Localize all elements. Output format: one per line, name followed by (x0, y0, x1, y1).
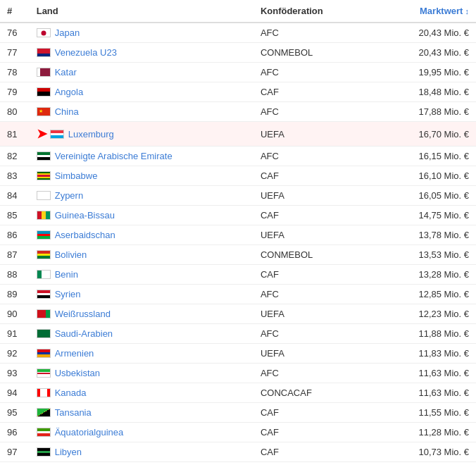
cell-value: 13,53 Mio. € (380, 245, 476, 265)
country-name-link[interactable]: Katar (55, 67, 77, 78)
table-row: 83SimbabweCAF16,10 Mio. € (0, 166, 476, 186)
cell-country: Saudi-Arabien (30, 324, 253, 344)
cell-confederation: UEFA (253, 304, 380, 324)
country-name-link[interactable]: Aserbaidschan (55, 230, 115, 240)
table-row: 84ZypernUEFA16,05 Mio. € (0, 186, 476, 206)
cell-country: Armenien (30, 344, 253, 364)
cell-country: ➤Luxemburg (30, 122, 253, 147)
cell-value: 11,63 Mio. € (380, 364, 476, 383)
country-name-link[interactable]: Guinea-Bissau (55, 210, 115, 221)
cell-value: 18,48 Mio. € (380, 82, 476, 102)
flag-icon (37, 151, 51, 161)
country-name-link[interactable]: Tansania (55, 407, 92, 418)
country-name-link[interactable]: Benin (55, 269, 78, 280)
cell-rank: 90 (0, 304, 30, 324)
cell-country: Usbekistan (30, 364, 253, 383)
country-name-link[interactable]: Kanada (55, 388, 87, 398)
flag-icon (37, 68, 51, 77)
flag-icon (37, 329, 51, 338)
country-name-link[interactable]: Usbekistan (55, 368, 100, 378)
country-name-link[interactable]: Libyen (55, 447, 82, 457)
header-marktwert[interactable]: Marktwert (380, 0, 476, 23)
table-row: 79AngolaCAF18,48 Mio. € (0, 82, 476, 102)
country-name-link[interactable]: Bolivien (55, 249, 87, 260)
country-name-link[interactable]: Vereinigte Arabische Emirate (55, 151, 173, 161)
cell-confederation: CAF (253, 82, 380, 102)
table-row: 94KanadaCONCACAF11,63 Mio. € (0, 383, 476, 403)
table-row: 89SyrienAFC12,85 Mio. € (0, 285, 476, 304)
flag-icon (37, 388, 51, 397)
country-name-link[interactable]: Angola (55, 87, 83, 97)
cell-confederation: CAF (253, 423, 380, 442)
cell-value: 11,63 Mio. € (380, 383, 476, 403)
cell-value: 16,70 Mio. € (380, 122, 476, 147)
cell-rank: 94 (0, 383, 30, 403)
cell-confederation: UEFA (253, 186, 380, 206)
table-row: 90WeißrusslandUEFA12,23 Mio. € (0, 304, 476, 324)
cell-value: 14,75 Mio. € (380, 206, 476, 225)
cell-rank: 85 (0, 206, 30, 225)
cell-confederation: AFC (253, 364, 380, 383)
cell-confederation: UEFA (253, 122, 380, 147)
country-name-link[interactable]: Armenien (55, 348, 94, 359)
cell-country: Zypern (30, 186, 253, 206)
cell-rank: 87 (0, 245, 30, 265)
table-row: 93UsbekistanAFC11,63 Mio. € (0, 364, 476, 383)
country-name-link[interactable]: Saudi-Arabien (55, 328, 113, 339)
cell-country: Benin (30, 265, 253, 285)
cell-rank: 96 (0, 423, 30, 442)
table-row: 88BeninCAF13,28 Mio. € (0, 265, 476, 285)
flag-icon (37, 368, 51, 378)
cell-rank: 89 (0, 285, 30, 304)
country-name-link[interactable]: Venezuela U23 (55, 47, 117, 58)
arrow-indicator: ➤ (37, 126, 47, 142)
table-row: 78KatarAFC19,95 Mio. € (0, 63, 476, 82)
cell-country: Angola (30, 82, 253, 102)
country-name-link[interactable]: Zypern (55, 190, 83, 201)
flag-icon (50, 130, 64, 139)
table-row: 98MoldawienUEFA10,70 Mio. € (0, 462, 476, 466)
header-land: Land (30, 0, 253, 23)
cell-country: Syrien (30, 285, 253, 304)
cell-confederation: AFC (253, 63, 380, 82)
cell-rank: 76 (0, 23, 30, 43)
cell-rank: 84 (0, 186, 30, 206)
header-rank: # (0, 0, 30, 23)
country-name-link[interactable]: Luxemburg (68, 129, 114, 140)
cell-country: Äquatorialguinea (30, 423, 253, 442)
country-name-link[interactable]: Weißrussland (55, 309, 111, 319)
cell-value: 12,85 Mio. € (380, 285, 476, 304)
cell-confederation: UEFA (253, 344, 380, 364)
country-name-link[interactable]: Simbabwe (55, 170, 98, 181)
cell-confederation: CAF (253, 403, 380, 423)
cell-confederation: CONMEBOL (253, 245, 380, 265)
flag-icon (37, 290, 51, 299)
header-konfoderation: Konföderation (253, 0, 380, 23)
table-row: 91Saudi-ArabienAFC11,88 Mio. € (0, 324, 476, 344)
cell-rank: 80 (0, 102, 30, 122)
cell-country: Tansania (30, 403, 253, 423)
cell-confederation: AFC (253, 102, 380, 122)
country-name-link[interactable]: China (55, 106, 79, 117)
cell-value: 11,55 Mio. € (380, 403, 476, 423)
flag-icon (37, 171, 51, 180)
country-name-link[interactable]: Äquatorialguinea (55, 427, 124, 438)
cell-confederation: AFC (253, 285, 380, 304)
cell-value: 17,88 Mio. € (380, 102, 476, 122)
cell-rank: 98 (0, 462, 30, 466)
cell-value: 13,28 Mio. € (380, 265, 476, 285)
cell-confederation: CONMEBOL (253, 43, 380, 63)
flag-icon (37, 48, 51, 57)
table-row: 81➤LuxemburgUEFA16,70 Mio. € (0, 122, 476, 147)
cell-value: 11,83 Mio. € (380, 344, 476, 364)
country-name-link[interactable]: Syrien (55, 289, 81, 299)
table-row: 92ArmenienUEFA11,83 Mio. € (0, 344, 476, 364)
cell-rank: 95 (0, 403, 30, 423)
country-name-link[interactable]: Japan (55, 27, 80, 38)
table-row: 82Vereinigte Arabische EmirateAFC16,15 M… (0, 147, 476, 166)
table-row: 80ChinaAFC17,88 Mio. € (0, 102, 476, 122)
cell-rank: 93 (0, 364, 30, 383)
cell-confederation: CAF (253, 206, 380, 225)
cell-country: Simbabwe (30, 166, 253, 186)
cell-confederation: AFC (253, 147, 380, 166)
